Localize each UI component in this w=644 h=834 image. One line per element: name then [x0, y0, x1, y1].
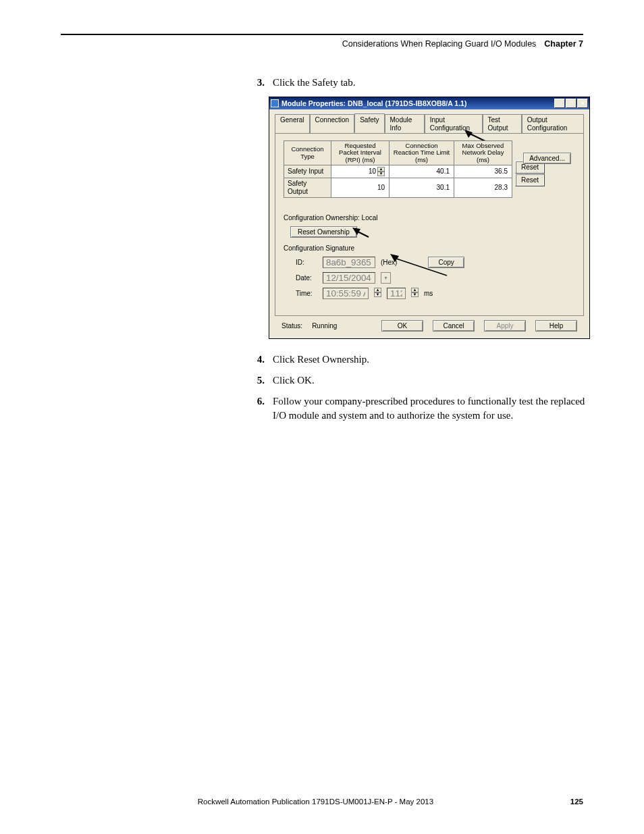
signature-id-row: ID: (Hex) Copy — [296, 257, 575, 268]
id-label: ID: — [296, 259, 317, 267]
svg-marker-0 — [464, 130, 473, 138]
step-6-number: 6. — [250, 394, 265, 423]
config-ownership-label: Configuration Ownership: Local — [284, 214, 575, 222]
close-button[interactable]: × — [577, 99, 588, 108]
cell-safety-input-mond: 36.5 — [454, 165, 512, 178]
tab-connection[interactable]: Connection — [310, 114, 355, 134]
col-crtl: Connection Reaction Time Limit (ms) — [390, 141, 454, 165]
reset-ownership-button[interactable]: Reset Ownership — [290, 226, 357, 238]
tab-module-info[interactable]: Module Info — [385, 114, 425, 134]
maximize-button[interactable]: □ — [566, 99, 576, 108]
signature-time-field — [323, 288, 369, 299]
callout-arrow-reset-ownership — [352, 228, 373, 241]
cell-safety-output-mond: 28.3 — [454, 178, 512, 198]
status-value: Running — [312, 322, 337, 330]
apply-button[interactable]: Apply — [484, 320, 526, 332]
rpi-spinner[interactable]: ▲▼ — [377, 167, 385, 176]
step-6-text: Follow your company-prescribed procedure… — [273, 394, 594, 423]
step-5-text: Click OK. — [273, 373, 594, 388]
step-4-number: 4. — [250, 353, 265, 367]
status-label: Status: — [281, 322, 302, 330]
signature-id-field — [323, 257, 375, 268]
cell-safety-input-crtl: 40.1 — [390, 165, 454, 178]
step-5-number: 5. — [250, 373, 265, 388]
step-6: 6. Follow your company-prescribed proced… — [250, 394, 594, 423]
signature-date-field — [323, 272, 375, 284]
signature-time-row: Time: ▲▼ ▲▼ ms — [296, 288, 575, 299]
table-row: Safety Input 10 ▲▼ 40.1 36.5 — [284, 165, 512, 178]
connection-table: Connection Type Requested Packet Interva… — [284, 140, 512, 198]
cell-safety-input-rpi[interactable]: 10 ▲▼ — [331, 165, 390, 178]
date-label: Date: — [296, 274, 317, 282]
step-4-text: Click Reset Ownership. — [273, 353, 594, 367]
cell-safety-output-label: Safety Output — [284, 178, 331, 198]
signature-ms-field — [387, 288, 406, 299]
tab-safety[interactable]: Safety — [354, 113, 384, 133]
header-rule — [61, 34, 583, 35]
date-dropdown-icon: ▼ — [381, 272, 391, 284]
dialog-footer: Status: Running OK Cancel Apply Help — [275, 316, 584, 332]
ok-button[interactable]: OK — [381, 320, 423, 332]
advanced-button[interactable]: Advanced... — [523, 153, 571, 164]
step-3-text: Click the Safety tab. — [273, 76, 594, 90]
rpi-input-value: 10 — [369, 167, 376, 176]
cancel-button[interactable]: Cancel — [433, 320, 475, 332]
table-row: Safety Output 10 30.1 28.3 — [284, 178, 512, 198]
ms-spinner: ▲▼ — [411, 288, 419, 299]
cell-safety-output-rpi: 10 — [331, 178, 390, 198]
help-button[interactable]: Help — [535, 320, 577, 332]
running-header: Considerations When Replacing Guard I/O … — [61, 39, 583, 49]
callout-arrow-copy — [390, 254, 451, 281]
tab-general[interactable]: General — [275, 114, 310, 134]
reset-output-delay-button[interactable]: Reset — [515, 174, 545, 186]
col-rpi: Requested Packet Interval (RPI) (ms) — [331, 141, 390, 165]
step-4: 4. Click Reset Ownership. — [250, 353, 594, 367]
safety-tab-panel: Connection Type Requested Packet Interva… — [275, 133, 584, 316]
cell-safety-input-label: Safety Input — [284, 165, 331, 178]
footer-publication: Rockwell Automation Publication 1791DS-U… — [61, 798, 570, 806]
dialog-title-bar[interactable]: Module Properties: DNB_local (1791DS-IB8… — [269, 97, 589, 109]
dialog-tabs: General Connection Safety Module Info In… — [275, 113, 584, 133]
config-signature-label: Configuration Signature — [284, 244, 575, 253]
tab-output-configuration[interactable]: Output Configuration — [522, 114, 584, 134]
col-max-observed: Max Observed Network Delay (ms) — [454, 141, 512, 165]
time-label: Time: — [296, 290, 317, 298]
footer-page-number: 125 — [570, 798, 583, 806]
step-5: 5. Click OK. — [250, 373, 594, 388]
ms-label: ms — [424, 290, 433, 298]
minimize-button[interactable]: _ — [554, 99, 565, 108]
app-icon — [271, 99, 279, 107]
dialog-title: Module Properties: DNB_local (1791DS-IB8… — [281, 99, 554, 108]
step-3-number: 3. — [250, 76, 265, 90]
module-properties-dialog: Module Properties: DNB_local (1791DS-IB8… — [269, 97, 590, 339]
cell-safety-output-crtl: 30.1 — [390, 178, 454, 198]
time-spinner: ▲▼ — [374, 288, 381, 299]
header-section: Considerations When Replacing Guard I/O … — [342, 39, 537, 49]
col-connection-type: Connection Type — [284, 141, 331, 165]
svg-marker-2 — [390, 254, 399, 262]
page-footer: Rockwell Automation Publication 1791DS-U… — [0, 798, 644, 806]
header-chapter: Chapter 7 — [544, 39, 583, 49]
svg-marker-1 — [352, 228, 360, 235]
step-3: 3. Click the Safety tab. — [250, 76, 594, 90]
